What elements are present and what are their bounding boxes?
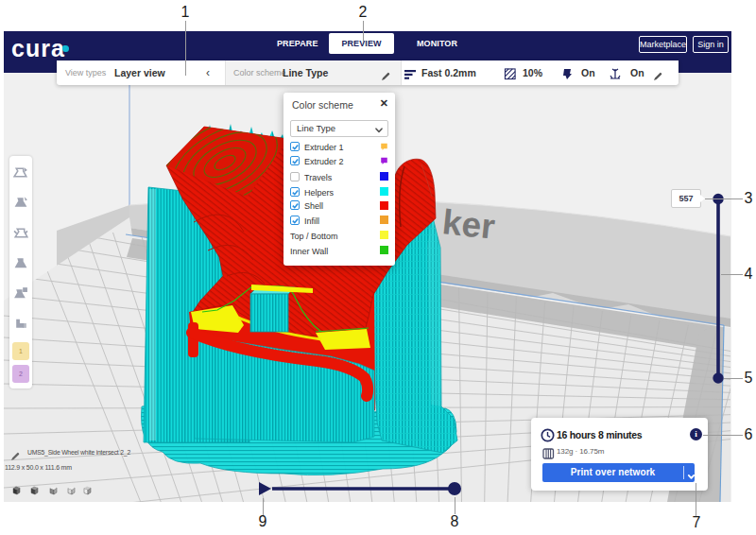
svg-text:ker: ker	[440, 202, 497, 247]
